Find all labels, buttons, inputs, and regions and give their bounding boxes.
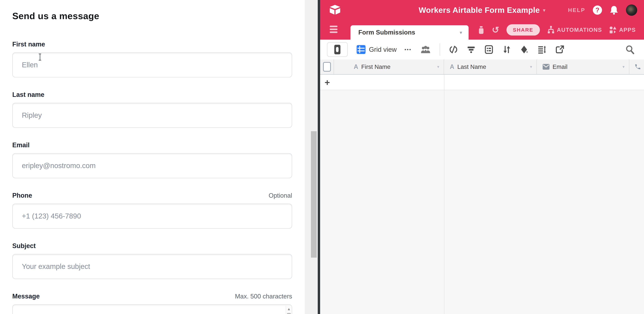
scroll-up-icon[interactable]: ▲ bbox=[286, 305, 292, 311]
share-button[interactable]: SHARE bbox=[506, 24, 540, 36]
tables-menu-icon[interactable] bbox=[330, 26, 338, 34]
group-icon[interactable] bbox=[484, 45, 493, 54]
contact-form-panel: Send us a message First name Ellen Last … bbox=[0, 0, 305, 314]
sort-icon[interactable] bbox=[502, 45, 511, 54]
text-cursor-icon bbox=[38, 54, 41, 61]
user-avatar[interactable] bbox=[626, 5, 637, 16]
grid-view-selector[interactable]: Grid view bbox=[357, 45, 397, 54]
view-options-ellipsis-icon[interactable]: ••• bbox=[404, 47, 412, 52]
automations-button[interactable]: AUTOMATIONS bbox=[547, 26, 602, 34]
email-field: Email eripley@nostromo.com bbox=[12, 141, 292, 178]
text-field-type-icon: A bbox=[354, 63, 358, 70]
collaborators-icon[interactable] bbox=[420, 45, 431, 54]
grid-view-icon bbox=[357, 45, 366, 54]
help-button[interactable]: HELP bbox=[568, 7, 585, 13]
hide-fields-icon[interactable] bbox=[449, 45, 458, 54]
phone-label: Phone bbox=[12, 192, 32, 199]
email-label: Email bbox=[12, 141, 30, 149]
airtable-window: Workers Airtable Form Example ▾ HELP ? F… bbox=[320, 0, 644, 314]
last-name-label: Last name bbox=[12, 91, 44, 98]
grid-column-divider bbox=[444, 75, 444, 314]
toolbar-divider bbox=[440, 43, 440, 56]
row-height-icon[interactable] bbox=[538, 45, 546, 54]
page-scrollbar-thumb[interactable] bbox=[311, 131, 317, 258]
help-circle-icon[interactable]: ? bbox=[593, 6, 602, 15]
table-tab-caret-icon[interactable]: ▾ bbox=[460, 30, 462, 35]
subject-label: Subject bbox=[12, 242, 36, 250]
base-title-caret-icon[interactable]: ▾ bbox=[543, 7, 545, 13]
base-title[interactable]: Workers Airtable Form Example bbox=[419, 6, 540, 15]
grid-header-row: A First Name ▾ A Last Name ▾ Email ▾ bbox=[320, 60, 644, 75]
subject-placeholder: Your example subject bbox=[22, 262, 90, 271]
column-header-first-name[interactable]: A First Name ▾ bbox=[334, 60, 444, 74]
window-divider bbox=[318, 0, 320, 314]
page-scrollbar-track[interactable] bbox=[305, 0, 318, 314]
column-header-phone[interactable]: Phone bbox=[629, 60, 644, 74]
add-record-icon[interactable]: + bbox=[324, 78, 330, 87]
last-name-placeholder: Ripley bbox=[22, 111, 42, 119]
view-toolbar: Grid view ••• bbox=[320, 40, 644, 60]
phone-placeholder: +1 (123) 456-7890 bbox=[22, 212, 81, 220]
message-textarea[interactable]: Tenetur optio quaerat expedita vero et i… bbox=[12, 304, 292, 314]
message-maxchars-hint: Max. 500 characters bbox=[235, 293, 292, 300]
first-name-placeholder: Ellen bbox=[22, 61, 38, 69]
message-scrollbar-thumb[interactable] bbox=[287, 313, 291, 314]
subject-input[interactable]: Your example subject bbox=[12, 254, 292, 279]
view-sidebar-toggle-button[interactable] bbox=[327, 42, 348, 57]
first-name-input[interactable]: Ellen bbox=[12, 53, 292, 77]
column-header-last-name[interactable]: A Last Name ▾ bbox=[444, 60, 537, 74]
phone-field: Phone Optional +1 (123) 456-7890 bbox=[12, 192, 292, 229]
apps-icon bbox=[609, 26, 617, 34]
email-input[interactable]: eripley@nostromo.com bbox=[12, 153, 292, 178]
trash-icon[interactable] bbox=[478, 26, 484, 34]
table-tab-label: Form Submissions bbox=[358, 29, 415, 36]
first-name-label: First name bbox=[12, 41, 45, 48]
subject-field: Subject Your example subject bbox=[12, 242, 292, 279]
form-heading: Send us a message bbox=[12, 11, 292, 21]
text-field-type-icon: A bbox=[450, 63, 454, 70]
tab-form-submissions[interactable]: Form Submissions ▾ bbox=[350, 25, 468, 40]
last-name-input[interactable]: Ripley bbox=[12, 103, 292, 128]
select-all-checkbox[interactable] bbox=[323, 62, 331, 72]
phone-field-type-icon bbox=[634, 64, 641, 70]
sidebar-toggle-icon bbox=[334, 45, 340, 54]
add-record-row[interactable]: + bbox=[320, 75, 644, 90]
column-caret-icon[interactable]: ▾ bbox=[530, 64, 532, 69]
filter-icon[interactable] bbox=[467, 45, 476, 54]
column-caret-icon[interactable]: ▾ bbox=[437, 64, 439, 69]
screen: Send us a message First name Ellen Last … bbox=[0, 0, 644, 314]
email-placeholder: eripley@nostromo.com bbox=[22, 162, 96, 170]
column-header-email[interactable]: Email ▾ bbox=[537, 60, 629, 74]
phone-input[interactable]: +1 (123) 456-7890 bbox=[12, 204, 292, 229]
first-name-field: First name Ellen bbox=[12, 41, 292, 77]
airtable-tabbar: Form Submissions ▾ ↺ SHARE AU bbox=[320, 20, 644, 40]
message-label: Message bbox=[12, 293, 40, 300]
search-icon[interactable] bbox=[625, 45, 634, 54]
color-icon[interactable] bbox=[520, 45, 529, 54]
share-view-icon[interactable] bbox=[556, 45, 564, 54]
history-icon[interactable]: ↺ bbox=[492, 26, 499, 34]
email-field-type-icon bbox=[543, 64, 550, 70]
notifications-bell-icon[interactable] bbox=[610, 5, 618, 15]
select-all-cell bbox=[320, 60, 334, 74]
automations-icon bbox=[547, 26, 554, 34]
phone-optional-hint: Optional bbox=[268, 192, 292, 199]
last-name-field: Last name Ripley bbox=[12, 91, 292, 128]
grid-empty-area bbox=[320, 90, 644, 314]
view-name: Grid view bbox=[369, 46, 397, 53]
column-caret-icon[interactable]: ▾ bbox=[622, 64, 624, 69]
airtable-topbar: Workers Airtable Form Example ▾ HELP ? bbox=[320, 0, 644, 20]
message-field: Message Max. 500 characters Tenetur opti… bbox=[12, 293, 292, 314]
message-scrollbar[interactable]: ▲ bbox=[286, 305, 292, 314]
apps-button[interactable]: APPS bbox=[609, 26, 636, 34]
